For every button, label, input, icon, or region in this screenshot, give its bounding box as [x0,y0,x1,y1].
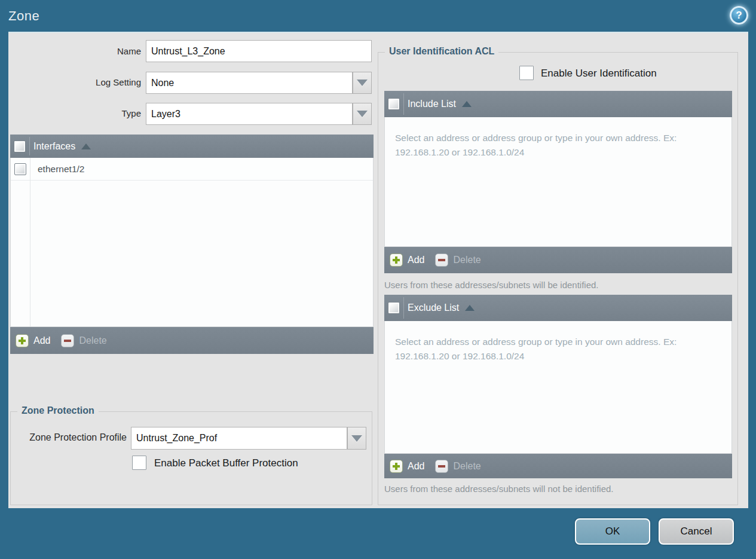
type-dropdown-button[interactable] [353,103,372,125]
exclude-list-column-header[interactable]: Exclude List [408,303,459,313]
exclude-list-toolbar: Add Delete [384,454,732,478]
dialog-body: Name Log Setting Type Interfaces et [8,32,748,508]
interfaces-column-header[interactable]: Interfaces [33,141,75,152]
include-list-table: Include List Select an address or addres… [384,91,732,273]
type-input[interactable] [146,103,353,125]
log-setting-dropdown-button[interactable] [353,72,372,94]
column-divider [29,137,30,155]
help-icon[interactable]: ? [730,6,748,25]
delete-button[interactable]: Delete [61,334,117,347]
enable-packet-buffer-protection-label: Enable Packet Buffer Protection [154,457,298,469]
add-icon [390,253,403,267]
exclude-list-body: Select an address or address group or ty… [384,321,732,454]
interfaces-toolbar: Add Delete [10,327,374,354]
zone-protection-profile-dropdown-button[interactable] [347,427,366,450]
user-identification-acl-section: User Identification ACL Enable User Iden… [378,52,738,505]
include-list-select-all-checkbox[interactable] [388,98,400,110]
interfaces-table-body: ethernet1/2 [10,158,374,327]
sort-asc-icon [462,101,472,107]
exclude-list-select-all-checkbox[interactable] [388,302,400,314]
add-icon [16,334,29,347]
include-list-body: Select an address or address group or ty… [384,117,732,247]
add-button-label: Add [408,461,424,472]
name-input[interactable] [146,40,372,62]
chevron-down-icon [357,80,368,86]
add-button-label: Add [33,335,50,346]
interface-row-checkbox[interactable] [14,163,26,175]
delete-icon [435,460,448,473]
exclude-list-placeholder: Select an address or address group or ty… [385,321,720,363]
sort-asc-icon [465,305,475,311]
zone-protection-profile-label: Zone Protection Profile [20,426,127,449]
enable-user-identification-checkbox[interactable] [519,66,534,80]
include-list-toolbar: Add Delete [384,247,732,273]
zone-protection-legend: Zone Protection [17,405,99,416]
include-list-header: Include List [384,91,732,117]
zone-protection-profile-input[interactable] [131,427,347,450]
cancel-button[interactable]: Cancel [659,518,734,545]
include-list-caption: Users from these addresses/subnets will … [384,280,599,290]
exclude-list-table: Exclude List Select an address or addres… [384,295,732,478]
interfaces-select-all-checkbox[interactable] [14,140,26,152]
interfaces-table-header: Interfaces [10,135,374,158]
dialog-titlebar: Zone ? [0,0,756,32]
sort-asc-icon [81,143,91,149]
column-divider [403,93,404,115]
dialog-title: Zone [8,0,39,32]
column-divider [30,158,30,326]
delete-button[interactable]: Delete [435,253,491,267]
add-button[interactable]: Add [390,460,435,473]
add-button-label: Add [408,255,424,265]
table-row[interactable]: ethernet1/2 [11,158,373,181]
name-label: Name [8,40,141,62]
include-list-column-header[interactable]: Include List [408,99,456,109]
type-label: Type [8,102,141,125]
zone-dialog-screen: Zone ? Name Log Setting Type Interfaces [0,0,756,559]
delete-button[interactable]: Delete [435,460,491,473]
interfaces-table: Interfaces ethernet1/2 Add Delete [10,135,374,354]
delete-icon [435,253,448,267]
log-setting-label: Log Setting [8,71,141,94]
ok-button[interactable]: OK [575,518,650,545]
enable-user-identification-label: Enable User Identification [541,68,657,80]
user-identification-acl-legend: User Identification ACL [385,46,498,57]
interface-name: ethernet1/2 [38,164,84,175]
exclude-list-header: Exclude List [384,295,732,321]
include-list-placeholder: Select an address or address group or ty… [385,117,720,160]
column-divider [403,297,404,319]
delete-button-label: Delete [453,461,480,472]
add-button[interactable]: Add [390,253,435,267]
chevron-down-icon [357,111,368,117]
add-icon [390,460,403,473]
exclude-list-caption: Users from these addresses/subnets will … [384,484,614,494]
delete-icon [61,334,74,347]
delete-button-label: Delete [453,255,480,265]
zone-protection-section: Zone Protection Zone Protection Profile … [10,411,372,505]
delete-button-label: Delete [79,335,106,346]
chevron-down-icon [351,435,362,442]
enable-packet-buffer-protection-checkbox[interactable] [132,456,146,470]
log-setting-input[interactable] [146,72,353,94]
add-button[interactable]: Add [16,334,61,347]
